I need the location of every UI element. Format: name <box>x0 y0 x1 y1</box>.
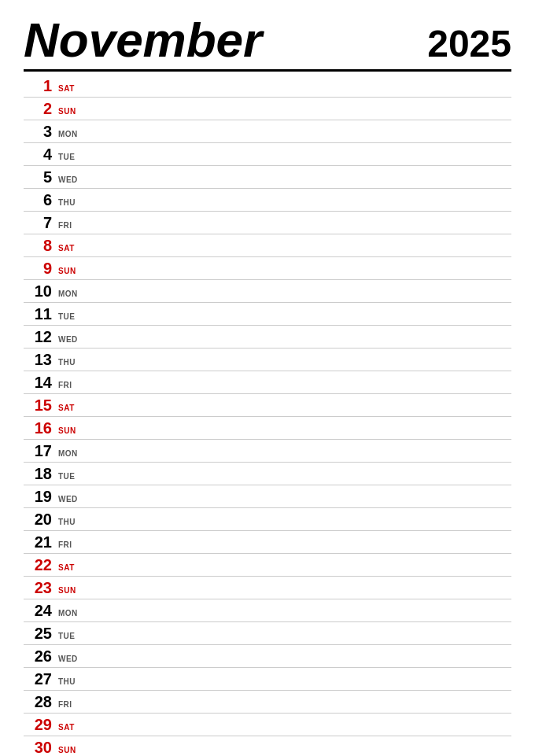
day-number: 11 <box>24 306 52 322</box>
day-row: 26WED <box>24 645 511 668</box>
day-row: 1SAT <box>24 75 511 98</box>
day-number: 3 <box>24 124 52 139</box>
day-number: 29 <box>24 717 52 732</box>
day-name: SUN <box>58 267 76 275</box>
header-divider <box>24 69 511 72</box>
day-number: 24 <box>24 603 52 618</box>
day-name: SAT <box>58 724 75 732</box>
day-number: 16 <box>24 420 52 436</box>
calendar-rows: 1SAT2SUN3MON4TUE5WED6THU7FRI8SAT9SUN10MO… <box>24 75 511 756</box>
day-number: 22 <box>24 557 52 573</box>
day-row: 4TUE <box>24 143 511 166</box>
day-number: 23 <box>24 580 52 596</box>
day-number: 28 <box>24 694 52 710</box>
day-name: SUN <box>58 108 76 116</box>
day-row: 12WED <box>24 326 511 348</box>
day-name: MON <box>58 131 78 138</box>
day-row: 17MON <box>24 440 511 463</box>
day-number: 10 <box>24 283 52 299</box>
day-number: 4 <box>24 146 52 162</box>
day-name: FRI <box>58 541 72 549</box>
day-number: 18 <box>24 466 52 481</box>
day-row: 7FRI <box>24 212 511 234</box>
day-number: 26 <box>24 648 52 664</box>
day-name: MON <box>58 610 78 618</box>
day-row: 8SAT <box>24 234 511 257</box>
day-name: TUE <box>58 153 76 161</box>
day-number: 13 <box>24 352 52 367</box>
day-number: 19 <box>24 489 52 504</box>
day-row: 20THU <box>24 508 511 531</box>
day-number: 30 <box>24 739 52 755</box>
day-row: 22SAT <box>24 554 511 577</box>
day-row: 6THU <box>24 189 511 212</box>
day-number: 6 <box>24 192 52 208</box>
day-name: MON <box>58 290 78 298</box>
day-row: 25TUE <box>24 622 511 645</box>
day-name: SUN <box>58 587 76 595</box>
day-name: THU <box>58 199 76 207</box>
day-name: SAT <box>58 245 75 253</box>
day-name: WED <box>58 655 78 663</box>
day-number: 21 <box>24 534 52 550</box>
day-name: WED <box>58 336 78 344</box>
day-name: WED <box>58 496 78 503</box>
day-number: 2 <box>24 101 52 116</box>
day-row: 2SUN <box>24 98 511 120</box>
day-name: SUN <box>58 427 76 435</box>
day-row: 24MON <box>24 599 511 622</box>
day-name: TUE <box>58 313 76 321</box>
day-name: FRI <box>58 701 72 709</box>
day-number: 15 <box>24 397 52 413</box>
day-row: 28FRI <box>24 691 511 714</box>
day-row: 3MON <box>24 120 511 143</box>
year-title: 2025 <box>427 25 511 63</box>
day-name: FRI <box>58 222 72 230</box>
day-name: MON <box>58 450 78 458</box>
day-number: 17 <box>24 443 52 459</box>
day-number: 8 <box>24 238 52 253</box>
day-row: 5WED <box>24 166 511 189</box>
day-number: 12 <box>24 329 52 345</box>
day-row: 21FRI <box>24 531 511 554</box>
day-name: WED <box>58 176 78 184</box>
day-row: 14FRI <box>24 371 511 394</box>
day-name: SAT <box>58 85 75 93</box>
day-row: 27THU <box>24 668 511 691</box>
day-number: 25 <box>24 625 52 641</box>
calendar-header: November 2025 <box>24 16 511 65</box>
day-number: 27 <box>24 671 52 687</box>
day-row: 11TUE <box>24 303 511 326</box>
day-row: 19WED <box>24 485 511 508</box>
day-number: 1 <box>24 78 52 94</box>
day-row: 13THU <box>24 348 511 371</box>
day-row: 10MON <box>24 280 511 303</box>
day-row: 29SAT <box>24 714 511 736</box>
day-row: 9SUN <box>24 257 511 280</box>
month-title: November <box>24 16 262 65</box>
day-name: TUE <box>58 632 76 640</box>
day-name: THU <box>58 518 76 526</box>
day-number: 7 <box>24 215 52 230</box>
day-row: 15SAT <box>24 394 511 417</box>
day-number: 5 <box>24 169 52 185</box>
day-number: 20 <box>24 511 52 527</box>
day-number: 14 <box>24 374 52 390</box>
day-name: SUN <box>58 747 76 754</box>
day-name: THU <box>58 678 76 686</box>
day-number: 9 <box>24 260 52 276</box>
day-name: THU <box>58 359 76 367</box>
day-row: 30SUN <box>24 736 511 756</box>
day-row: 18TUE <box>24 463 511 485</box>
day-name: SAT <box>58 404 75 412</box>
day-name: SAT <box>58 564 75 572</box>
day-name: FRI <box>58 382 72 389</box>
day-row: 23SUN <box>24 577 511 599</box>
day-name: TUE <box>58 473 76 481</box>
day-row: 16SUN <box>24 417 511 440</box>
